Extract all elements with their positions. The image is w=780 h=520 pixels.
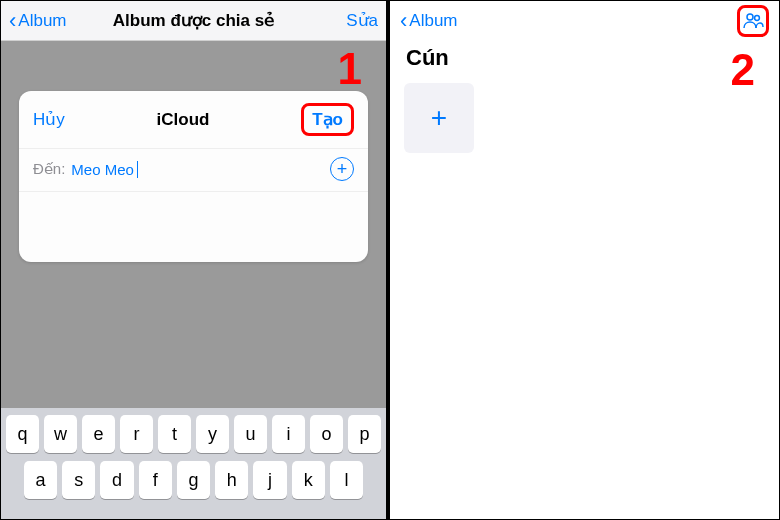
key-i[interactable]: i bbox=[272, 415, 305, 453]
text-cursor bbox=[137, 161, 139, 178]
nav-title: Album được chia sẻ bbox=[113, 10, 274, 31]
sheet-body bbox=[19, 192, 368, 262]
edit-button[interactable]: Sửa bbox=[346, 10, 378, 31]
key-h[interactable]: h bbox=[215, 461, 248, 499]
key-a[interactable]: a bbox=[24, 461, 57, 499]
left-screenshot: ‹ Album Album được chia sẻ Sửa 1 Hủy iCl… bbox=[1, 1, 390, 519]
key-u[interactable]: u bbox=[234, 415, 267, 453]
chevron-left-icon: ‹ bbox=[9, 10, 16, 32]
key-e[interactable]: e bbox=[82, 415, 115, 453]
icloud-sheet: Hủy iCloud Tạo Đến: Meo Meo + bbox=[19, 91, 368, 262]
create-button[interactable]: Tạo bbox=[301, 103, 354, 136]
key-j[interactable]: j bbox=[253, 461, 286, 499]
cancel-button[interactable]: Hủy bbox=[33, 109, 65, 130]
back-label: Album bbox=[18, 11, 66, 31]
key-k[interactable]: k bbox=[292, 461, 325, 499]
nav-bar-right: ‹ Album bbox=[390, 1, 779, 41]
step-annotation-1: 1 bbox=[338, 44, 362, 94]
svg-point-0 bbox=[747, 14, 753, 20]
key-f[interactable]: f bbox=[139, 461, 172, 499]
key-q[interactable]: q bbox=[6, 415, 39, 453]
back-label: Album bbox=[409, 11, 457, 31]
add-contact-button[interactable]: + bbox=[330, 157, 354, 181]
back-button[interactable]: ‹ Album bbox=[9, 10, 67, 32]
key-o[interactable]: o bbox=[310, 415, 343, 453]
keyboard: q w e r t y u i o p a s d f g h j k l bbox=[1, 408, 386, 519]
sheet-title: iCloud bbox=[157, 110, 210, 130]
sheet-header: Hủy iCloud Tạo bbox=[19, 91, 368, 148]
people-button[interactable] bbox=[737, 5, 769, 37]
plus-icon: + bbox=[431, 102, 447, 134]
right-screenshot: ‹ Album Cún + 2 bbox=[390, 1, 779, 519]
step-annotation-2: 2 bbox=[731, 45, 755, 95]
key-s[interactable]: s bbox=[62, 461, 95, 499]
to-label: Đến: bbox=[33, 160, 65, 178]
album-title: Cún bbox=[390, 41, 779, 83]
key-t[interactable]: t bbox=[158, 415, 191, 453]
back-button-right[interactable]: ‹ Album bbox=[400, 10, 458, 32]
recipient-row[interactable]: Đến: Meo Meo + bbox=[19, 148, 368, 192]
left-body: 1 Hủy iCloud Tạo Đến: Meo Meo + q w e bbox=[1, 41, 386, 519]
chevron-left-icon: ‹ bbox=[400, 10, 407, 32]
to-value: Meo Meo bbox=[71, 161, 134, 178]
kb-row-2: a s d f g h j k l bbox=[6, 461, 381, 499]
nav-bar: ‹ Album Album được chia sẻ Sửa bbox=[1, 1, 386, 41]
key-g[interactable]: g bbox=[177, 461, 210, 499]
svg-point-1 bbox=[755, 16, 760, 21]
key-y[interactable]: y bbox=[196, 415, 229, 453]
kb-row-1: q w e r t y u i o p bbox=[6, 415, 381, 453]
key-d[interactable]: d bbox=[100, 461, 133, 499]
add-photo-button[interactable]: + bbox=[404, 83, 474, 153]
key-p[interactable]: p bbox=[348, 415, 381, 453]
plus-icon: + bbox=[337, 160, 348, 178]
people-icon bbox=[742, 12, 764, 30]
key-l[interactable]: l bbox=[330, 461, 363, 499]
key-r[interactable]: r bbox=[120, 415, 153, 453]
key-w[interactable]: w bbox=[44, 415, 77, 453]
